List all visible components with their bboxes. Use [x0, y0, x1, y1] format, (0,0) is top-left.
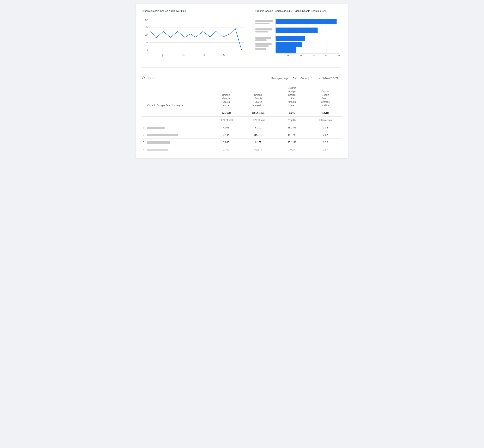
col-position-header: OrganicGoogleSearchaverageposition: [309, 84, 342, 109]
search-input[interactable]: [147, 77, 182, 80]
blurred-query-3: [147, 141, 170, 144]
row-2-impressions: 34,245: [241, 131, 275, 139]
svg-text:1K: 1K: [287, 54, 290, 57]
row-4-clicks: 1,769: [211, 146, 241, 153]
row-1-clicks: 4,301: [211, 124, 241, 131]
line-chart-container: 20K 15K 10K 5K 0 04 Feb 11 18 25: [142, 16, 246, 62]
rows-per-page-wrap: Rows per page: 10 25 50: [271, 77, 297, 80]
col-ctr-header: OrganicGoogleSearchclickthroughrate: [275, 84, 309, 109]
col-num-header: [142, 84, 147, 109]
total-position-cell: 14.18: [309, 109, 342, 117]
svg-rect-35: [276, 36, 305, 41]
search-wrap: [142, 76, 268, 80]
row-1-impressions: 6,300: [241, 124, 275, 131]
row-1-num: 1: [142, 124, 147, 131]
total-num-cell: [142, 109, 147, 117]
data-table: Organic Google Search query ▾ + ↓ Organi…: [142, 84, 342, 153]
svg-text:15K: 15K: [145, 26, 148, 28]
svg-text:5K: 5K: [338, 54, 341, 57]
row-4-ctr: 3.02%: [275, 146, 309, 153]
query-dropdown-icon[interactable]: ▾: [182, 104, 183, 107]
table-controls: Rows per page: 10 25 50 Go to: ‹ 1-10 of…: [142, 74, 342, 83]
query-col-label: Organic Google Search query: [147, 104, 180, 107]
row-3-ctr: 30.11%: [275, 139, 309, 146]
goto-wrap: Go to:: [300, 76, 315, 80]
svg-rect-39: [255, 43, 271, 45]
svg-rect-32: [276, 28, 318, 33]
row-4-num: 4: [142, 146, 147, 153]
svg-rect-41: [276, 47, 296, 53]
svg-text:3K: 3K: [312, 54, 315, 57]
col-impressions-header: OrganicGoogleSearchimpressions: [241, 84, 275, 109]
row-3-clicks: 1,860: [211, 139, 241, 146]
blurred-query-2: [147, 134, 178, 136]
svg-text:04: 04: [162, 54, 164, 56]
prev-page-button[interactable]: ‹: [319, 76, 321, 80]
line-chart-section: Organic Google Search clicks over time 2…: [142, 9, 246, 62]
add-column-icon[interactable]: +: [184, 103, 186, 107]
total-ctr-cell: 1.3%: [275, 109, 309, 117]
row-3-impressions: 6,177: [241, 139, 275, 146]
svg-text:0: 0: [147, 49, 148, 51]
rows-per-page-select[interactable]: 10 25 50: [291, 77, 297, 80]
row-2-position: 2.87: [309, 131, 342, 139]
row-2-num: 2: [142, 131, 147, 139]
total-clicks-cell: 171,108: [211, 109, 241, 117]
table-row: 1 4,301 6,300 68.27% 1.02: [142, 124, 342, 131]
line-chart-svg: 20K 15K 10K 5K 0 04 Feb 11 18 25: [142, 16, 246, 62]
row-3-query: [147, 139, 211, 146]
svg-rect-31: [255, 23, 270, 24]
svg-line-44: [144, 79, 145, 79]
bar-chart-container: 0 1K 2K 3K 4K 5K: [255, 16, 342, 62]
svg-rect-38: [276, 42, 302, 47]
svg-rect-42: [255, 48, 266, 50]
table-header-row: Organic Google Search query ▾ + ↓ Organi…: [142, 84, 342, 109]
svg-rect-33: [255, 28, 272, 30]
row-2-clicks: 3,144: [211, 131, 241, 139]
table-row: 3 1,860 6,177 30.11% 1.36: [142, 139, 342, 146]
svg-rect-30: [255, 20, 273, 22]
col-query-header: Organic Google Search query ▾ +: [147, 84, 211, 109]
sort-icon[interactable]: ↓: [225, 90, 227, 93]
row-3-num: 3: [142, 139, 147, 146]
goto-input[interactable]: [308, 76, 315, 80]
svg-rect-29: [276, 19, 336, 24]
svg-text:18: 18: [203, 54, 205, 56]
row-3-position: 1.36: [309, 139, 342, 146]
total-row: 171,108 13,144,461 1.3% 14.18: [142, 109, 342, 117]
svg-text:2K: 2K: [300, 54, 302, 57]
total-ctr-sub: Avg 0%: [275, 117, 309, 124]
svg-text:11: 11: [182, 54, 185, 56]
svg-text:25: 25: [223, 54, 225, 56]
total-impressions-sub: 100% of total: [241, 117, 275, 124]
line-chart-title: Organic Google Search clicks over time: [142, 9, 246, 13]
svg-rect-34: [255, 31, 268, 32]
svg-text:20K: 20K: [145, 19, 148, 21]
svg-text:5K: 5K: [146, 41, 148, 44]
row-1-ctr: 68.27%: [275, 124, 309, 131]
bar-chart-title: Organic Google Search clicks by Organic …: [255, 9, 342, 13]
bar-chart-svg: 0 1K 2K 3K 4K 5K: [255, 16, 342, 62]
svg-text:10K: 10K: [145, 34, 148, 36]
row-1-position: 1.02: [309, 124, 342, 131]
total-sub-row: 100% of total 100% of total Avg 0% 100% …: [142, 117, 342, 124]
total-query-cell: [147, 109, 211, 117]
row-4-position: 2.57: [309, 146, 342, 153]
search-icon: [142, 76, 145, 80]
bar-chart-section: Organic Google Search clicks by Organic …: [255, 9, 342, 62]
table-row: 4 1,769 58,574 3.02% 2.57: [142, 146, 342, 153]
main-card: Organic Google Search clicks over time 2…: [136, 4, 348, 158]
total-impressions-cell: 13,144,461: [241, 109, 275, 117]
charts-row: Organic Google Search clicks over time 2…: [142, 9, 342, 67]
row-4-impressions: 58,574: [241, 146, 275, 153]
pagination-text: 1-10 of 30472: [322, 77, 338, 80]
total-position-sub: 100% of total: [309, 117, 342, 124]
goto-label: Go to:: [300, 77, 307, 80]
table-row: 2 3,144 34,245 9.18% 2.87: [142, 131, 342, 139]
svg-rect-37: [255, 39, 266, 41]
next-page-button[interactable]: ›: [340, 76, 342, 80]
row-4-query: [147, 146, 211, 153]
pagination-info: ‹ 1-10 of 30472 ›: [319, 76, 342, 80]
row-2-query: [147, 131, 211, 139]
blurred-query-4: [147, 149, 168, 151]
